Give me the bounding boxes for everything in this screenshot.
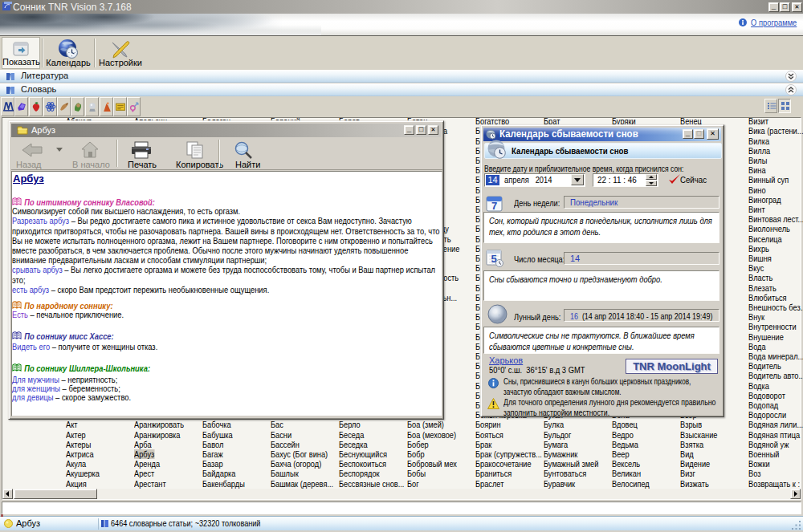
svg-text:7: 7 [491,200,497,212]
